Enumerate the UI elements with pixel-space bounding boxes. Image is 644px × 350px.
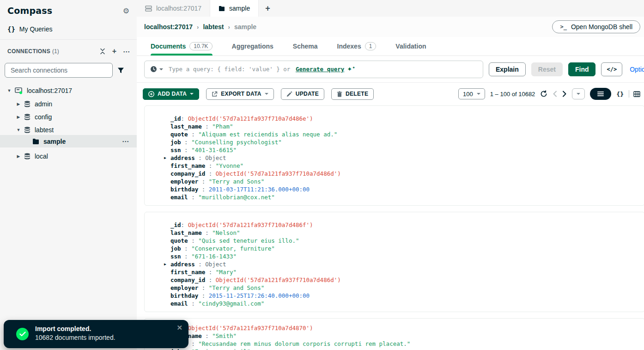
chevron-right-icon[interactable]: ▶ — [16, 102, 21, 106]
document-field-row[interactable]: _id: ObjectId('57d7a121fa937f710a7d4870'… — [170, 324, 635, 332]
add-data-label: ADD DATA — [158, 91, 187, 97]
document-field-row[interactable]: ▶address : Object — [170, 260, 635, 268]
add-data-button[interactable]: ADD DATA — [143, 88, 199, 100]
document-field-row[interactable]: birthday : 2015-11-25T17:26:40.000+00:00 — [170, 292, 635, 300]
connections-menu-icon[interactable]: ⋯ — [123, 48, 130, 55]
page-size-select[interactable]: 100 — [458, 88, 485, 99]
expand-field-icon[interactable]: ▶ — [164, 260, 166, 268]
new-tab-button[interactable]: + — [259, 0, 277, 17]
document-field-row[interactable]: job : "Counselling psychologist" — [170, 138, 635, 146]
chevron-down-icon[interactable]: ▼ — [6, 88, 12, 93]
document-field-row[interactable]: last_name : "Smith" — [170, 332, 635, 340]
tab-schema[interactable]: Schema — [293, 37, 318, 55]
document-field-row[interactable]: employer : "Terry and Sons" — [170, 284, 635, 292]
field-separator: : — [181, 245, 192, 252]
toast-close-icon[interactable]: ✕ — [176, 324, 182, 332]
field-separator: : — [205, 170, 216, 177]
workspace-tab-connection[interactable]: localhost:27017 — [137, 0, 210, 17]
delete-button[interactable]: DELETE — [331, 88, 374, 100]
generate-query-link[interactable]: Generate query — [296, 66, 344, 73]
document-field-row[interactable]: _id: ObjectId('57d7a121fa937f710a7d486f'… — [170, 221, 635, 229]
options-toggle[interactable]: Options ▶ — [630, 66, 644, 73]
expand-field-icon[interactable]: ▶ — [164, 154, 166, 162]
document-field-row[interactable]: employer : "Terry and Sons" — [170, 178, 635, 185]
chevron-down-icon — [159, 68, 163, 70]
field-separator: : — [202, 123, 213, 130]
document-field-row[interactable]: last_name : "Nelson" — [170, 229, 635, 237]
document-field-row[interactable]: first_name : "Mary" — [170, 268, 635, 276]
list-view-button[interactable] — [590, 88, 611, 100]
tab-documents[interactable]: Documents 10.7K — [151, 37, 213, 55]
field-value: ObjectId('57d7a121fa937f710a7d486f') — [188, 221, 313, 228]
query-input[interactable]: Type a query: { field: 'value' } or Gene… — [144, 61, 483, 78]
filter-funnel-icon[interactable] — [117, 67, 124, 74]
document-field-row[interactable]: quote : "Recusandae rem minus dolorum co… — [170, 340, 635, 348]
query-history-button[interactable] — [150, 66, 163, 73]
json-view-button[interactable]: {} — [615, 91, 625, 98]
sidebar-item-db-admin[interactable]: ▶ admin — [0, 98, 137, 111]
update-button[interactable]: UPDATE — [281, 88, 324, 100]
chevron-right-icon[interactable]: ▶ — [16, 154, 21, 159]
document-field-row[interactable]: ssn : "671-16-1433" — [170, 252, 635, 260]
tab-validation[interactable]: Validation — [395, 37, 426, 55]
field-value: "Aliquam est reiciendis alias neque ad." — [198, 131, 337, 138]
document-field-row[interactable]: _id: ObjectId('57d7a121fa937f710a7d486e'… — [170, 115, 635, 123]
document-card[interactable]: _id: ObjectId('57d7a121fa937f710a7d4870'… — [144, 318, 644, 350]
field-value: 2015-11-25T17:26:40.000+00:00 — [209, 292, 310, 299]
sidebar-divider — [0, 39, 137, 40]
sidebar-item-db-local[interactable]: ▶ local — [0, 150, 137, 163]
document-field-row[interactable]: last_name : "Pham" — [170, 123, 635, 130]
document-field-row[interactable]: first_name : "Yvonne" — [170, 162, 635, 170]
export-data-button[interactable]: EXPORT DATA — [206, 88, 274, 100]
document-card[interactable]: _id: ObjectId('57d7a121fa937f710a7d486f'… — [144, 212, 644, 312]
document-field-row[interactable]: job : "Engineer, civil" — [170, 348, 635, 350]
field-separator: : — [198, 292, 209, 299]
chevron-right-icon[interactable]: ▶ — [16, 115, 21, 119]
refresh-icon[interactable] — [540, 90, 547, 98]
document-card[interactable]: _id: ObjectId('57d7a121fa937f710a7d486e'… — [144, 105, 644, 206]
collapse-all-icon[interactable] — [99, 48, 106, 55]
open-mongodb-shell-button[interactable]: >_ Open MongoDB shell — [552, 20, 640, 33]
settings-gear-icon[interactable]: ⚙ — [123, 6, 129, 15]
document-field-row[interactable]: email : "cindy93@gmail.com" — [170, 300, 635, 307]
document-field-row[interactable]: job : "Conservator, furniture" — [170, 245, 635, 252]
prev-page-icon[interactable] — [553, 91, 557, 97]
expand-options-button[interactable] — [572, 88, 585, 99]
find-button[interactable]: Find — [568, 62, 596, 76]
sidebar-item-db-config[interactable]: ▶ config — [0, 111, 137, 123]
field-key: birthday — [170, 186, 198, 193]
tab-aggregations[interactable]: Aggregations — [232, 37, 273, 55]
field-separator: : — [181, 221, 188, 228]
breadcrumb-database[interactable]: labtest — [203, 23, 224, 31]
query-code-toggle-button[interactable]: </> — [601, 62, 622, 76]
document-field-row[interactable]: company_id : ObjectId('57d7a121fa937f710… — [170, 276, 635, 284]
document-field-row[interactable]: birthday : 2011-03-17T11:21:36.000+00:00 — [170, 185, 635, 193]
view-toggle-divider — [629, 90, 629, 98]
tab-label: Schema — [293, 43, 318, 50]
breadcrumb-connection[interactable]: localhost:27017 — [144, 23, 193, 31]
chevron-down-icon — [577, 93, 580, 95]
document-field-row[interactable]: company_id : ObjectId('57d7a121fa937f710… — [170, 170, 635, 178]
ai-sparkle-icon: ✦✦ — [347, 66, 355, 73]
collection-menu-icon[interactable]: ⋯ — [122, 138, 129, 145]
explain-button[interactable]: Explain — [489, 62, 526, 76]
workspace-tab-sample[interactable]: sample — [210, 0, 259, 17]
field-key: last_name — [170, 229, 202, 236]
field-key: job — [170, 245, 181, 252]
reset-button[interactable]: Reset — [531, 62, 563, 76]
table-view-button[interactable] — [633, 91, 640, 97]
sidebar-item-db-labtest[interactable]: ▼ labtest — [0, 123, 137, 136]
sidebar-item-my-queries[interactable]: {} My Queries — [0, 22, 137, 36]
search-connections-input[interactable] — [5, 63, 113, 78]
sidebar-item-collection-sample[interactable]: sample ⋯ — [0, 135, 137, 147]
document-field-row[interactable]: ▶address : Object — [170, 154, 635, 162]
document-field-row[interactable]: quote : "Aliquam est reiciendis alias ne… — [170, 130, 635, 138]
document-field-row[interactable]: email : "murillobrian@cox.net" — [170, 193, 635, 201]
document-field-row[interactable]: ssn : "401-31-6615" — [170, 146, 635, 154]
next-page-icon[interactable] — [562, 91, 567, 97]
chevron-down-icon[interactable]: ▼ — [16, 128, 21, 132]
add-connection-icon[interactable]: + — [112, 48, 116, 55]
tab-indexes[interactable]: Indexes 1 — [337, 37, 377, 55]
sidebar-item-connection-localhost[interactable]: ▼ localhost:27017 — [0, 84, 137, 97]
document-field-row[interactable]: quote : "Quis sed tenetur eius illo." — [170, 237, 635, 245]
